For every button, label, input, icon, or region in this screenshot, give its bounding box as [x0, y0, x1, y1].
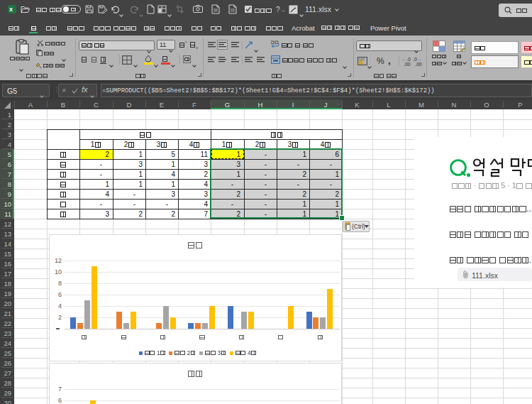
svg-text:123: 123 [359, 58, 365, 61]
